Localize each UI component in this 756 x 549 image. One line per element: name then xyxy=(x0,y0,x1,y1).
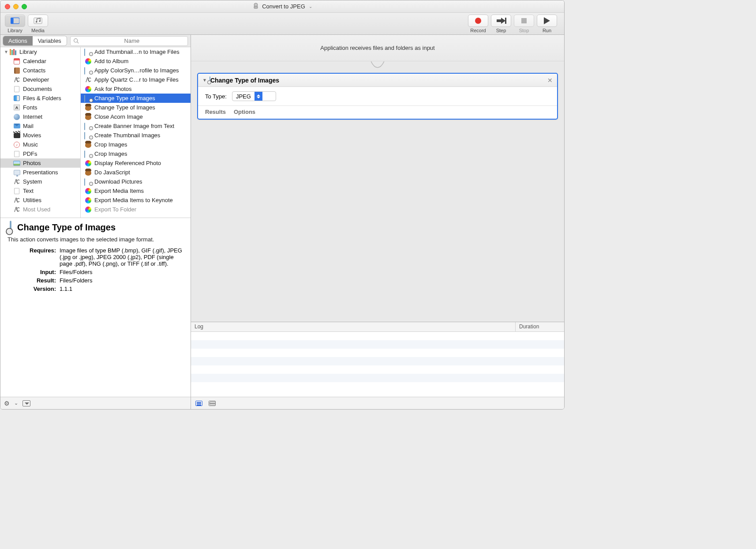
action-icon xyxy=(84,67,92,74)
step-icon xyxy=(210,77,210,83)
action-row[interactable]: Crop Images xyxy=(81,149,191,158)
toggle-description-button[interactable] xyxy=(22,400,30,406)
action-row[interactable]: Close Acorn Image xyxy=(81,112,191,121)
action-row[interactable]: Change Type of Images xyxy=(81,103,191,112)
category-row[interactable]: Contacts xyxy=(0,66,80,75)
category-icon xyxy=(13,76,21,83)
category-label: Movies xyxy=(23,132,41,139)
action-icon xyxy=(84,188,92,195)
category-label: Fonts xyxy=(23,104,37,111)
options-tab[interactable]: Options xyxy=(234,109,255,115)
workflow-input-bar[interactable]: Application receives files and folders a… xyxy=(191,35,564,61)
action-list[interactable]: Add Thumbnail…n to Image FilesAdd to Alb… xyxy=(81,47,191,218)
action-row[interactable]: Display Referenced Photo xyxy=(81,158,191,168)
category-row[interactable]: Presentations xyxy=(0,168,80,177)
gear-icon[interactable]: ⚙︎ xyxy=(4,400,10,407)
action-row[interactable]: Add Thumbnail…n to Image Files xyxy=(81,47,191,56)
action-row[interactable]: Do JavaScript xyxy=(81,168,191,177)
action-label: Close Acorn Image xyxy=(94,113,143,120)
log-column-header[interactable]: Log xyxy=(191,322,516,331)
category-label: Text xyxy=(23,188,34,194)
to-type-label: To Type: xyxy=(205,93,227,100)
action-row[interactable]: Ask for Photos xyxy=(81,84,191,94)
log-panel: Log Duration xyxy=(191,322,564,397)
info-value: Files/Folders xyxy=(60,269,183,275)
run-button[interactable] xyxy=(537,15,557,27)
library-books-icon xyxy=(9,49,17,56)
close-window-button[interactable] xyxy=(5,4,10,9)
action-icon xyxy=(84,123,92,130)
disclosure-triangle-icon[interactable]: ▼ xyxy=(4,49,8,54)
action-row[interactable]: Crop Images xyxy=(81,140,191,149)
category-row[interactable]: Mail xyxy=(0,121,80,131)
category-row[interactable]: PDFs xyxy=(0,149,80,158)
stop-button[interactable] xyxy=(514,15,534,27)
svg-point-6 xyxy=(39,20,41,22)
category-row[interactable]: Developer xyxy=(0,75,80,84)
log-view-button[interactable] xyxy=(195,401,202,406)
action-row[interactable]: Apply ColorSyn…rofile to Images xyxy=(81,66,191,75)
action-label: Export Media Items to Keynote xyxy=(94,197,173,203)
library-root-row[interactable]: ▼ Library xyxy=(0,47,80,56)
record-icon xyxy=(475,18,481,24)
action-label: Change Type of Images xyxy=(94,95,155,102)
action-row[interactable]: Download Pictures xyxy=(81,177,191,186)
actions-tab[interactable]: Actions xyxy=(3,36,33,45)
duration-column-header[interactable]: Duration xyxy=(516,322,564,331)
action-row[interactable]: Export Media Items to Keynote xyxy=(81,196,191,205)
record-button[interactable] xyxy=(468,15,488,27)
category-row[interactable]: Calendar xyxy=(0,56,80,66)
workflow-canvas[interactable]: ▼ Change Type of Images ✕ To Type: JPEG … xyxy=(191,61,564,322)
step-button[interactable] xyxy=(491,15,511,27)
run-label: Run xyxy=(543,28,551,33)
action-row[interactable]: Add to Album xyxy=(81,56,191,66)
media-button[interactable] xyxy=(28,15,48,27)
category-row[interactable]: Documents xyxy=(0,84,80,94)
category-row[interactable]: Most Used xyxy=(0,205,80,214)
variables-tab[interactable]: Variables xyxy=(33,36,67,45)
chevron-down-icon[interactable]: ⌄ xyxy=(309,4,312,9)
results-tab[interactable]: Results xyxy=(205,109,226,115)
category-row[interactable]: ♪Music xyxy=(0,140,80,149)
category-row[interactable]: Utilities xyxy=(0,196,80,205)
svg-line-8 xyxy=(77,42,79,43)
category-row[interactable]: Internet xyxy=(0,112,80,121)
category-row[interactable]: Text xyxy=(0,186,80,196)
title-bar: Convert to JPEG ⌄ xyxy=(0,0,564,13)
chevron-down-icon[interactable]: ⌄ xyxy=(14,400,18,406)
search-field[interactable] xyxy=(70,36,188,46)
action-row[interactable]: Create Thumbnail Images xyxy=(81,131,191,140)
workflow-view-button[interactable] xyxy=(209,401,216,406)
category-list[interactable]: ▼ Library CalendarContactsDeveloperDocum… xyxy=(0,47,81,218)
category-row[interactable]: Movies xyxy=(0,131,80,140)
action-row[interactable]: Change Type of Images xyxy=(81,94,191,103)
search-input[interactable] xyxy=(79,38,185,44)
action-row[interactable]: Create Banner Image from Text xyxy=(81,121,191,131)
to-type-select[interactable]: JPEG xyxy=(232,91,276,101)
info-value: Files/Folders xyxy=(60,277,183,284)
action-row[interactable]: Export To Folder xyxy=(81,205,191,214)
disclosure-triangle-icon[interactable]: ▼ xyxy=(202,78,207,83)
category-row[interactable]: AFonts xyxy=(0,103,80,112)
category-row[interactable]: System xyxy=(0,177,80,186)
close-icon[interactable]: ✕ xyxy=(547,77,553,84)
action-label: Export To Folder xyxy=(94,206,136,213)
action-label: Do JavaScript xyxy=(94,169,130,176)
action-info-description: This action converts images to the selec… xyxy=(7,236,183,243)
category-icon xyxy=(13,132,21,139)
action-row[interactable]: Export Media Items xyxy=(81,186,191,196)
zoom-window-button[interactable] xyxy=(22,4,27,9)
minimize-window-button[interactable] xyxy=(13,4,19,9)
action-icon xyxy=(84,178,92,185)
category-row[interactable]: Files & Folders xyxy=(0,94,80,103)
action-row[interactable]: Apply Quartz C…r to Image Files xyxy=(81,75,191,84)
library-toggle-button[interactable] xyxy=(5,15,25,27)
search-icon xyxy=(73,38,79,44)
stop-icon xyxy=(521,18,527,23)
record-label: Record xyxy=(470,28,486,33)
log-body xyxy=(191,332,564,397)
workflow-panel: Application receives files and folders a… xyxy=(191,35,564,409)
category-row[interactable]: Photos xyxy=(0,158,80,168)
workflow-step-header[interactable]: ▼ Change Type of Images ✕ xyxy=(198,74,557,87)
workflow-step-change-type[interactable]: ▼ Change Type of Images ✕ To Type: JPEG … xyxy=(197,73,558,120)
